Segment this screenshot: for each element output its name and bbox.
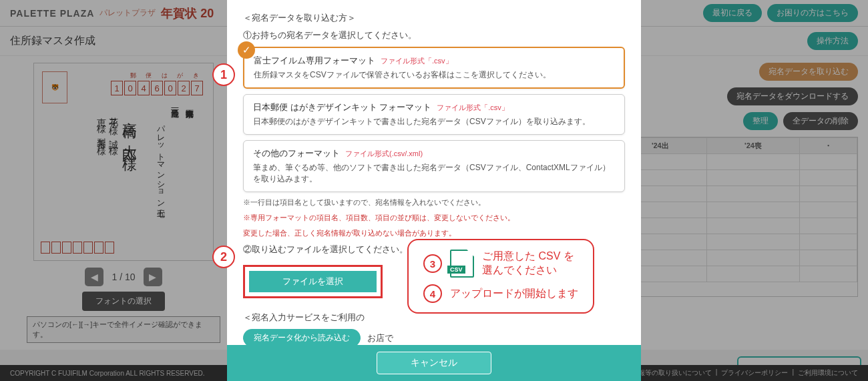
- modal-overlay: ＜宛名データを取り込む方＞ ①お持ちの宛名データを選択してください。 ✓富士フイ…: [0, 0, 868, 381]
- option-title: その他のフォーマットファイル形式(.csv/.xml): [253, 147, 615, 159]
- option-desc: 住所録マスタをCSVファイルで保管されているお客様はここを選択してください。: [254, 69, 614, 81]
- service-tail: お店で: [367, 332, 393, 344]
- format-option[interactable]: その他のフォーマットファイル形式(.csv/.xml)筆まめ、筆ぐるめ等、他のソ…: [243, 140, 625, 192]
- format-option[interactable]: ✓富士フイルム専用フォーマットファイル形式「.csv」住所録マスタをCSVファイ…: [243, 47, 625, 89]
- modal-note-warning2: 変更した場合、正しく宛名情報が取り込めない場合があります。: [243, 228, 625, 238]
- annotation-2: 2: [212, 246, 235, 268]
- modal-note: ※一行目は項目名として扱いますので、宛名情報を入れないでください。: [243, 198, 625, 208]
- annotation-4: 4: [423, 284, 442, 303]
- format-option[interactable]: 日本郵便 はがきデザインキット フォーマットファイル形式「.csv」日本郵便のは…: [243, 94, 625, 135]
- annotation-callout: 3 CSV ご用意した CSV を 選んでください 4 アップロードが開始します: [407, 239, 594, 314]
- file-select-highlight: ファイルを選択: [243, 265, 383, 298]
- modal-title: ＜宛名データを取り込む方＞: [243, 12, 625, 24]
- modal-note-warning: ※専用フォーマットの項目名、項目数、項目の並び順は、変更しないでください。: [243, 213, 625, 223]
- option-title: 富士フイルム専用フォーマットファイル形式「.csv」: [254, 55, 614, 67]
- annotation-4-text: アップロードが開始します: [450, 287, 578, 301]
- check-icon: ✓: [238, 41, 255, 59]
- annotation-3: 3: [423, 254, 442, 273]
- annotation-1: 1: [212, 63, 235, 86]
- modal-footer: キャンセル: [227, 345, 641, 381]
- option-title: 日本郵便 はがきデザインキット フォーマットファイル形式「.csv」: [253, 101, 615, 113]
- option-desc: 筆まめ、筆ぐるめ等、他のソフトで書き出した宛名データ（CSVファイル、Conta…: [253, 162, 615, 185]
- import-modal: ＜宛名データを取り込む方＞ ①お持ちの宛名データを選択してください。 ✓富士フイ…: [227, 0, 641, 381]
- csv-file-icon: CSV: [450, 250, 474, 278]
- option-desc: 日本郵便のはがきデザインキットで書き出した宛名データ（CSVファイル）を取り込み…: [253, 116, 615, 127]
- cancel-button[interactable]: キャンセル: [377, 352, 491, 374]
- modal-step1: ①お持ちの宛名データを選択してください。: [243, 29, 625, 41]
- annotation-3-text: ご用意した CSV を 選んでください: [482, 250, 574, 278]
- file-select-button[interactable]: ファイルを選択: [249, 271, 377, 292]
- read-from-service-button[interactable]: 宛名データ化から読み込む: [243, 329, 361, 345]
